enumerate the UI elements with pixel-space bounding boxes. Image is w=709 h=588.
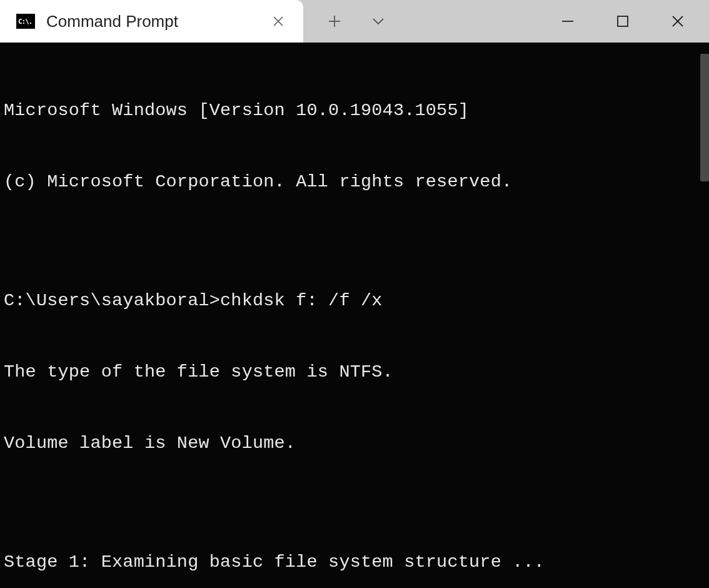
svg-rect-5 <box>618 16 628 26</box>
tab-dropdown-button[interactable] <box>366 9 391 34</box>
close-icon <box>671 14 685 28</box>
maximize-button[interactable] <box>610 9 635 34</box>
scrollbar-track[interactable] <box>700 43 709 588</box>
cmd-icon-text: C:\. <box>18 18 33 26</box>
terminal-line: Stage 1: Examining basic file system str… <box>4 550 705 574</box>
cmd-icon: C:\. <box>16 14 35 29</box>
terminal-line: (c) Microsoft Corporation. All rights re… <box>4 170 705 194</box>
close-window-button[interactable] <box>665 9 690 34</box>
titlebar: C:\. Command Prompt <box>0 0 709 43</box>
close-icon <box>273 16 284 27</box>
window-controls <box>555 0 709 43</box>
maximize-icon <box>616 14 630 28</box>
terminal-line: C:\Users\sayakboral>chkdsk f: /f /x <box>4 289 705 313</box>
terminal-line: The type of the file system is NTFS. <box>4 360 705 384</box>
tab-area: C:\. Command Prompt <box>0 0 391 43</box>
tab-close-button[interactable] <box>268 11 288 31</box>
chevron-down-icon <box>371 17 385 26</box>
tab-title: Command Prompt <box>46 12 178 31</box>
new-tab-button[interactable] <box>322 9 347 34</box>
terminal-output[interactable]: Microsoft Windows [Version 10.0.19043.10… <box>0 43 709 588</box>
tab-command-prompt[interactable]: C:\. Command Prompt <box>0 0 303 43</box>
plus-icon <box>328 14 341 28</box>
tab-actions <box>303 0 391 43</box>
minimize-icon <box>561 14 575 28</box>
terminal-line: Volume label is New Volume. <box>4 432 705 455</box>
minimize-button[interactable] <box>555 9 580 34</box>
scrollbar-thumb[interactable] <box>700 54 709 181</box>
terminal-line: Microsoft Windows [Version 10.0.19043.10… <box>4 99 705 123</box>
